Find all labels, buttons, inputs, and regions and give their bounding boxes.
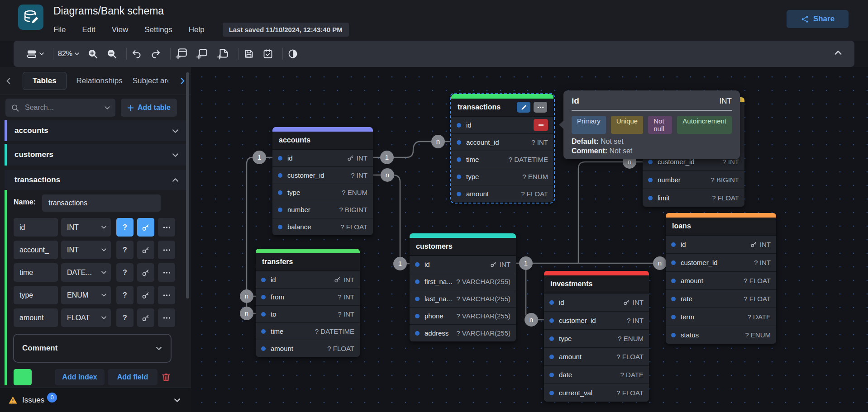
table-row[interactable]: customer_id? INT bbox=[272, 167, 373, 184]
add-area-button[interactable] bbox=[196, 47, 209, 60]
table-row[interactable]: address? VARCHAR(255) bbox=[410, 325, 516, 341]
nullable-toggle[interactable]: ? bbox=[116, 308, 134, 327]
table-transfers[interactable]: transfers idINT from? INT to? INT time? … bbox=[256, 249, 360, 357]
sidebar-table-transactions[interactable]: transactions bbox=[5, 170, 186, 190]
table-more-button[interactable] bbox=[534, 102, 547, 113]
menu-view[interactable]: View bbox=[112, 25, 129, 34]
share-button[interactable]: Share bbox=[787, 10, 849, 28]
field-type-select[interactable]: INT bbox=[61, 241, 111, 259]
table-row[interactable]: last_na...? VARCHAR(255) bbox=[410, 290, 516, 308]
menu-settings[interactable]: Settings bbox=[144, 25, 172, 34]
chevron-up-icon[interactable] bbox=[172, 176, 179, 184]
table-row[interactable]: rate? FLOAT bbox=[666, 290, 776, 308]
table-row[interactable]: current_val? FLOAT bbox=[544, 384, 649, 402]
tab-relationships[interactable]: Relationships bbox=[76, 76, 123, 85]
table-row[interactable]: idINT bbox=[544, 294, 649, 312]
table-row[interactable]: amount? FLOAT bbox=[256, 340, 360, 357]
add-note-button[interactable] bbox=[217, 47, 229, 60]
chevron-down-icon[interactable] bbox=[172, 151, 179, 159]
table-row[interactable]: idINT bbox=[410, 256, 516, 273]
chevron-down-icon[interactable] bbox=[172, 127, 179, 135]
table-row[interactable]: idINT bbox=[666, 236, 776, 254]
table-color-swatch[interactable] bbox=[14, 369, 32, 385]
field-type-select[interactable]: DATE... bbox=[61, 263, 111, 282]
tab-subject-areas[interactable]: Subject areas bbox=[133, 76, 168, 85]
table-row[interactable]: time? DATETIME bbox=[256, 323, 360, 340]
table-row[interactable]: customer_id? INT bbox=[544, 312, 649, 330]
field-type-select[interactable]: ENUM bbox=[61, 286, 111, 304]
menu-edit[interactable]: Edit bbox=[82, 25, 95, 34]
nullable-toggle[interactable]: ? bbox=[116, 218, 134, 237]
table-name-input[interactable]: transactions bbox=[42, 194, 161, 212]
field-type-select[interactable]: FLOAT bbox=[61, 308, 111, 327]
delete-field-button[interactable] bbox=[534, 119, 548, 131]
table-row[interactable]: balance? FLOAT bbox=[272, 218, 373, 235]
delete-table-button[interactable] bbox=[161, 372, 172, 383]
todo-button[interactable] bbox=[262, 48, 273, 59]
table-row[interactable]: type? ENUM bbox=[451, 168, 553, 185]
search-input[interactable] bbox=[24, 103, 100, 112]
field-more-button[interactable] bbox=[158, 286, 175, 304]
diagram-canvas[interactable]: 1 n n 1 n n 1 1 n n n accounts idINT cus… bbox=[191, 67, 868, 412]
table-row[interactable]: limit? FLOAT bbox=[643, 189, 744, 207]
sidebar-table-accounts[interactable]: accounts bbox=[5, 120, 186, 141]
primary-key-toggle[interactable] bbox=[137, 241, 154, 259]
nullable-toggle[interactable]: ? bbox=[116, 241, 134, 259]
field-name-input[interactable]: time bbox=[14, 263, 58, 282]
undo-button[interactable] bbox=[131, 48, 142, 59]
zoom-out-button[interactable] bbox=[106, 48, 117, 59]
field-name-input[interactable]: type bbox=[14, 286, 58, 304]
primary-key-toggle[interactable] bbox=[137, 286, 154, 304]
table-row[interactable]: phone? VARCHAR(255) bbox=[410, 308, 516, 325]
field-name-input[interactable]: amount bbox=[14, 308, 58, 327]
sidebar-table-customers[interactable]: customers bbox=[5, 144, 186, 166]
add-index-button[interactable]: Add index bbox=[55, 369, 105, 385]
table-row[interactable]: time? DATETIME bbox=[451, 151, 553, 168]
table-loans[interactable]: loans idINT customer_id? INT amount? FLO… bbox=[666, 213, 776, 344]
table-investments[interactable]: investments idINT customer_id? INT type?… bbox=[544, 271, 649, 402]
tabs-back-button[interactable] bbox=[5, 77, 13, 85]
field-type-select[interactable]: INT bbox=[61, 218, 111, 237]
tabs-next-button[interactable] bbox=[178, 77, 186, 85]
field-more-button[interactable] bbox=[158, 241, 175, 259]
table-row[interactable]: amount? FLOAT bbox=[666, 272, 776, 290]
field-more-button[interactable] bbox=[158, 218, 175, 237]
table-row[interactable]: type? ENUM bbox=[272, 184, 373, 201]
field-name-input[interactable]: account_ bbox=[14, 241, 58, 259]
add-field-button[interactable]: Add field bbox=[108, 369, 157, 385]
edit-table-button[interactable] bbox=[517, 102, 530, 113]
sidebar-scrollbar[interactable] bbox=[186, 72, 189, 298]
primary-key-toggle[interactable] bbox=[137, 218, 154, 237]
comment-section[interactable]: Comment bbox=[13, 334, 172, 363]
table-row[interactable]: to? INT bbox=[256, 306, 360, 323]
table-row[interactable]: number? BIGINT bbox=[643, 171, 744, 189]
table-search[interactable] bbox=[5, 99, 115, 117]
field-name-input[interactable]: id bbox=[14, 218, 58, 237]
table-row[interactable]: customer_id? INT bbox=[666, 254, 776, 272]
table-customers[interactable]: customers idINT first_na...? VARCHAR(255… bbox=[410, 233, 516, 341]
table-row[interactable]: term? DATE bbox=[666, 308, 776, 326]
save-button[interactable] bbox=[243, 48, 254, 59]
table-row[interactable]: idINT bbox=[272, 150, 373, 167]
table-row[interactable]: number? BIGINT bbox=[272, 201, 373, 218]
tab-tables[interactable]: Tables bbox=[23, 72, 67, 90]
menu-file[interactable]: File bbox=[53, 25, 66, 34]
table-row[interactable]: account_id? INT bbox=[451, 134, 553, 151]
nullable-toggle[interactable]: ? bbox=[116, 286, 134, 304]
field-more-button[interactable] bbox=[158, 263, 175, 282]
theme-toggle-button[interactable] bbox=[287, 48, 298, 59]
table-accounts[interactable]: accounts idINT customer_id? INT type? EN… bbox=[272, 127, 373, 235]
redo-button[interactable] bbox=[150, 48, 161, 59]
zoom-level-dropdown[interactable]: 82% bbox=[58, 50, 79, 58]
field-more-button[interactable] bbox=[158, 308, 175, 327]
table-row[interactable]: id bbox=[451, 117, 553, 134]
caret-down-icon[interactable] bbox=[105, 106, 110, 109]
add-table-button-toolbar[interactable] bbox=[175, 47, 188, 60]
menu-help[interactable]: Help bbox=[189, 25, 205, 34]
table-row[interactable]: idINT bbox=[256, 271, 360, 289]
layout-toggle-button[interactable] bbox=[26, 48, 44, 59]
issues-bar[interactable]: Issues 0 bbox=[0, 388, 191, 412]
table-transactions[interactable]: transactions id account_id? INT time? DA… bbox=[451, 94, 553, 202]
table-row[interactable]: first_na...? VARCHAR(255) bbox=[410, 273, 516, 290]
zoom-in-button[interactable] bbox=[87, 48, 98, 59]
